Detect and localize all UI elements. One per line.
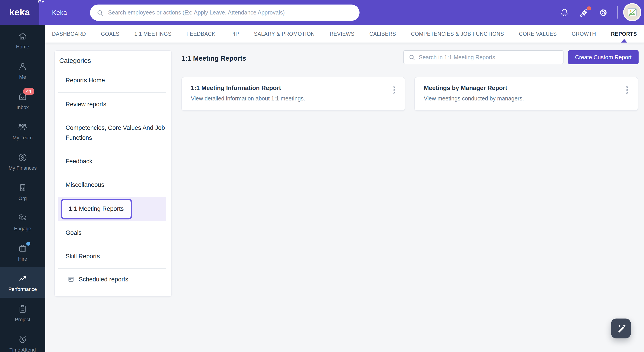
report-search[interactable] — [404, 50, 564, 64]
category-reports-home[interactable]: Reports Home — [58, 69, 166, 92]
notifications-button[interactable] — [560, 8, 570, 18]
settings-button[interactable] — [598, 8, 608, 18]
report-card-title: 1:1 Meeting Information Report — [191, 85, 385, 91]
category-feedback[interactable]: Feedback — [58, 150, 166, 173]
categories-list: Reports Home Review reports Competencies… — [55, 69, 172, 289]
tab-salary-promotion[interactable]: SALARY & PROMOTION — [254, 25, 315, 43]
categories-title: Categories — [55, 51, 172, 64]
report-card-description: View detailed information about 1:1 meet… — [191, 96, 385, 102]
report-search-input[interactable] — [419, 54, 558, 60]
tab-pip[interactable]: PIP — [230, 25, 239, 43]
performance-subnav: DASHBOARD GOALS 1:1 MEETINGS FEEDBACK PI… — [45, 25, 644, 43]
search-icon — [408, 54, 416, 61]
keka-logo[interactable]: keka — [0, 0, 39, 25]
report-card-title: Meetings by Manager Report — [424, 85, 618, 91]
categories-panel: Categories Reports Home Review reports C… — [54, 50, 172, 297]
engage-icon — [18, 213, 28, 223]
search-icon — [96, 9, 104, 17]
scheduled-reports-link[interactable]: Scheduled reports — [58, 269, 166, 289]
tab-reviews[interactable]: REVIEWS — [330, 25, 354, 43]
ai-assistant-fab[interactable] — [611, 318, 631, 338]
finances-icon — [18, 152, 28, 162]
main-sidebar: Home Me 44 Inbox My Team My Finances Org — [0, 25, 45, 352]
app-name: Keka — [52, 0, 67, 25]
time-attend-icon — [18, 334, 28, 344]
top-bar: keka Keka — [0, 0, 644, 25]
category-competencies-core-values[interactable]: Competencies, Core Values And Job Functi… — [58, 116, 166, 150]
org-icon — [18, 183, 28, 193]
keka-logo-text: keka — [9, 7, 30, 18]
tab-reports[interactable]: REPORTS — [611, 25, 637, 43]
tab-competencies-job-functions[interactable]: COMPETENCIES & JOB FUNCTIONS — [411, 25, 504, 43]
hire-icon — [18, 243, 28, 253]
report-card-meeting-information[interactable]: 1:1 Meeting Information Report View deta… — [181, 77, 405, 111]
person-icon — [18, 61, 28, 71]
project-icon — [18, 304, 28, 314]
tab-goals[interactable]: GOALS — [101, 25, 120, 43]
sidebar-item-engage[interactable]: Engage — [0, 207, 45, 237]
gear-icon — [598, 8, 608, 18]
category-1-1-meeting-reports[interactable]: 1:1 Meeting Reports — [58, 197, 166, 221]
inbox-count-badge: 44 — [23, 88, 34, 95]
performance-icon — [18, 273, 28, 283]
category-miscellaneous[interactable]: Miscellaneous — [58, 173, 166, 197]
sidebar-item-project[interactable]: Project — [0, 298, 45, 328]
whats-new-button[interactable] — [579, 8, 589, 18]
content-area: Categories Reports Home Review reports C… — [45, 43, 644, 352]
report-cards: 1:1 Meeting Information Report View deta… — [181, 77, 638, 111]
category-review-reports[interactable]: Review reports — [58, 93, 166, 116]
kebab-menu-icon[interactable] — [625, 85, 630, 96]
sidebar-item-home[interactable]: Home — [0, 25, 45, 55]
sidebar-item-performance[interactable]: Performance — [0, 267, 45, 298]
global-search[interactable] — [90, 5, 360, 21]
logo-spark-icon — [37, 0, 44, 3]
report-card-meetings-by-manager[interactable]: Meetings by Manager Report View meetings… — [414, 77, 638, 111]
team-icon — [18, 122, 28, 132]
sidebar-item-hire[interactable]: Hire — [0, 237, 45, 267]
category-goals[interactable]: Goals — [58, 221, 166, 245]
category-skill-reports[interactable]: Skill Reports — [58, 245, 166, 268]
avatar-placeholder-icon — [626, 6, 638, 18]
bell-icon — [560, 8, 570, 18]
tab-calibers[interactable]: CALIBERS — [370, 25, 396, 43]
create-custom-report-button[interactable]: Create Custom Report — [568, 50, 638, 64]
sidebar-item-my-finances[interactable]: My Finances — [0, 146, 45, 176]
report-card-description: View meetings conducted by managers. — [424, 96, 618, 102]
rocket-notification-dot — [587, 6, 591, 11]
page-title: 1:1 Meeting Reports — [181, 54, 246, 62]
sidebar-item-my-team[interactable]: My Team — [0, 116, 45, 146]
tab-growth[interactable]: GROWTH — [572, 25, 596, 43]
tab-core-values[interactable]: CORE VALUES — [519, 25, 557, 43]
sidebar-item-time-attend[interactable]: Time Attend — [0, 328, 45, 352]
tab-1-1-meetings[interactable]: 1:1 MEETINGS — [134, 25, 172, 43]
app-screen: keka Keka — [0, 0, 644, 352]
calendar-icon — [68, 275, 74, 283]
magic-wand-icon — [615, 322, 627, 334]
topbar-divider — [617, 6, 618, 19]
sidebar-item-org[interactable]: Org — [0, 176, 45, 207]
selected-category-label: 1:1 Meeting Reports — [60, 199, 132, 219]
sidebar-item-me[interactable]: Me — [0, 55, 45, 86]
tab-dashboard[interactable]: DASHBOARD — [52, 25, 86, 43]
home-icon — [18, 31, 28, 41]
user-avatar[interactable] — [623, 3, 641, 21]
tab-feedback[interactable]: FEEDBACK — [186, 25, 216, 43]
hire-notification-dot — [26, 241, 30, 245]
kebab-menu-icon[interactable] — [392, 85, 396, 96]
global-search-input[interactable] — [108, 10, 353, 16]
sidebar-item-inbox[interactable]: 44 Inbox — [0, 86, 45, 116]
